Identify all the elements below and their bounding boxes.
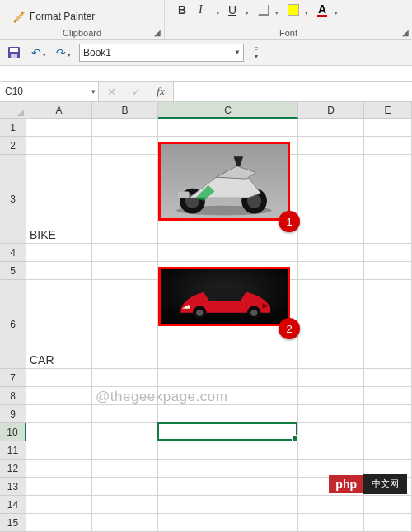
cell-A6[interactable]: CAR <box>26 280 92 369</box>
row-header-8[interactable]: 8 <box>0 387 26 405</box>
row-header-1[interactable]: 1 <box>0 119 26 137</box>
cell-D3[interactable] <box>298 155 364 244</box>
cell-A14[interactable] <box>26 496 92 514</box>
workbook-name-combo[interactable]: Book1 ▼ <box>79 44 244 62</box>
cell-B2[interactable] <box>92 137 158 155</box>
cell-E9[interactable] <box>364 405 412 423</box>
bold-button[interactable]: B <box>171 1 193 19</box>
row-header-14[interactable]: 14 <box>0 496 26 514</box>
cell-B5[interactable] <box>92 262 158 280</box>
cell-D9[interactable] <box>298 405 364 423</box>
cell-C8[interactable] <box>158 387 298 405</box>
cell-B3[interactable] <box>92 155 158 244</box>
cell-B8[interactable] <box>92 387 158 405</box>
cell-D5[interactable] <box>298 262 364 280</box>
cell-E11[interactable] <box>364 441 412 460</box>
cell-A2[interactable] <box>26 137 92 155</box>
cell-D8[interactable] <box>298 387 364 405</box>
cell-B9[interactable] <box>92 405 158 423</box>
cell-A4[interactable] <box>26 244 92 262</box>
cell-E8[interactable] <box>364 387 412 405</box>
formula-input[interactable] <box>174 82 412 101</box>
fill-color-button[interactable] <box>283 1 311 19</box>
cell-D7[interactable] <box>298 369 364 387</box>
row-header-13[interactable]: 13 <box>0 478 26 496</box>
column-header-B[interactable]: B <box>92 102 158 119</box>
cell-B6[interactable] <box>92 280 158 369</box>
cell-E3[interactable] <box>364 155 412 244</box>
cell-D6[interactable] <box>298 280 364 369</box>
font-dialog-launcher-icon[interactable]: ◢ <box>402 28 409 37</box>
cell-B4[interactable] <box>92 244 158 262</box>
cell-A1[interactable] <box>26 119 92 137</box>
format-painter-button[interactable]: Format Painter <box>5 8 159 25</box>
column-header-A[interactable]: A <box>26 102 92 119</box>
embedded-image-bike[interactable] <box>158 142 290 221</box>
cell-B10[interactable] <box>92 423 158 441</box>
row-header-3[interactable]: 3 <box>0 155 26 244</box>
cell-C15[interactable] <box>158 514 298 532</box>
italic-button[interactable]: I <box>194 1 222 19</box>
row-header-15[interactable]: 15 <box>0 514 26 532</box>
cell-B14[interactable] <box>92 496 158 514</box>
row-header-2[interactable]: 2 <box>0 137 26 155</box>
cell-E15[interactable] <box>364 514 412 532</box>
borders-button[interactable] <box>254 1 282 19</box>
font-color-button[interactable]: A <box>313 1 341 19</box>
cell-D1[interactable] <box>298 119 364 137</box>
cell-C14[interactable] <box>158 496 298 514</box>
cancel-formula-button[interactable]: ✕ <box>99 86 124 98</box>
cell-A12[interactable] <box>26 460 92 478</box>
undo-button[interactable]: ↶ <box>30 44 48 62</box>
embedded-image-car[interactable] <box>158 267 290 326</box>
row-header-7[interactable]: 7 <box>0 369 26 387</box>
cell-B1[interactable] <box>92 119 158 137</box>
cell-E1[interactable] <box>364 119 412 137</box>
cell-E7[interactable] <box>364 369 412 387</box>
row-header-4[interactable]: 4 <box>0 244 26 262</box>
enter-formula-button[interactable]: ✓ <box>124 86 148 98</box>
cell-C10[interactable] <box>158 423 298 441</box>
cell-A7[interactable] <box>26 369 92 387</box>
cell-E4[interactable] <box>364 244 412 262</box>
cell-A5[interactable] <box>26 262 92 280</box>
cell-B13[interactable] <box>92 478 158 496</box>
cell-B12[interactable] <box>92 460 158 478</box>
column-header-D[interactable]: D <box>298 102 364 119</box>
cell-A10[interactable] <box>26 423 92 441</box>
row-header-5[interactable]: 5 <box>0 262 26 280</box>
insert-function-button[interactable]: fx <box>148 85 173 98</box>
cell-A13[interactable] <box>26 478 92 496</box>
cell-B7[interactable] <box>92 369 158 387</box>
cell-A15[interactable] <box>26 514 92 532</box>
cell-A9[interactable] <box>26 405 92 423</box>
cell-C7[interactable] <box>158 369 298 387</box>
cell-D15[interactable] <box>298 514 364 532</box>
cell-D14[interactable] <box>298 496 364 514</box>
cell-C9[interactable] <box>158 405 298 423</box>
cell-E6[interactable] <box>364 280 412 369</box>
clipboard-dialog-launcher-icon[interactable]: ◢ <box>154 28 161 37</box>
cell-B15[interactable] <box>92 514 158 532</box>
cell-A3[interactable]: BIKE <box>26 155 92 244</box>
customize-qat-button[interactable]: ≡▾ <box>250 45 262 60</box>
redo-button[interactable]: ↷ <box>54 44 73 62</box>
cell-A8[interactable] <box>26 387 92 405</box>
cell-E14[interactable] <box>364 496 412 514</box>
row-header-12[interactable]: 12 <box>0 460 26 478</box>
cell-E5[interactable] <box>364 262 412 280</box>
cell-C12[interactable] <box>158 460 298 478</box>
cell-D11[interactable] <box>298 441 364 460</box>
cell-B11[interactable] <box>92 441 158 460</box>
column-header-E[interactable]: E <box>364 102 412 119</box>
cell-C11[interactable] <box>158 441 298 460</box>
select-all-corner[interactable] <box>0 102 26 119</box>
cell-E2[interactable] <box>364 137 412 155</box>
cell-C13[interactable] <box>158 478 298 496</box>
cell-C1[interactable] <box>158 119 298 137</box>
cell-A11[interactable] <box>26 441 92 460</box>
cell-D4[interactable] <box>298 244 364 262</box>
underline-button[interactable]: U <box>224 1 252 19</box>
cell-D10[interactable] <box>298 423 364 441</box>
row-header-9[interactable]: 9 <box>0 405 26 423</box>
